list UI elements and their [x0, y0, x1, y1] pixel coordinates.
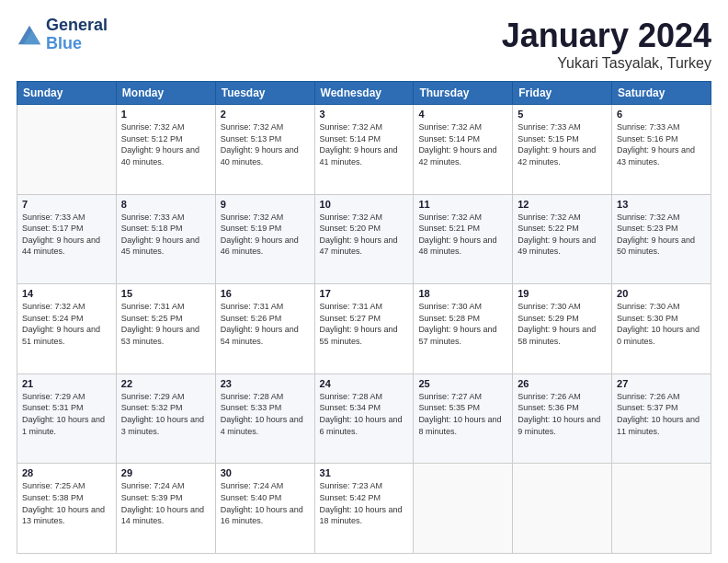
day-number: 9: [221, 199, 310, 210]
calendar-cell: 27Sunrise: 7:26 AMSunset: 5:37 PMDayligh…: [612, 373, 711, 464]
day-number: 15: [121, 288, 210, 299]
calendar-cell: 24Sunrise: 7:28 AMSunset: 5:34 PMDayligh…: [314, 373, 414, 464]
day-number: 27: [617, 378, 706, 389]
day-info: Sunrise: 7:32 AMSunset: 5:24 PMDaylight:…: [22, 301, 111, 347]
week-row-1: 7Sunrise: 7:33 AMSunset: 5:17 PMDaylight…: [17, 194, 711, 284]
calendar-cell: 6Sunrise: 7:33 AMSunset: 5:16 PMDaylight…: [612, 105, 711, 195]
day-info: Sunrise: 7:26 AMSunset: 5:37 PMDaylight:…: [617, 391, 706, 437]
calendar-cell: 16Sunrise: 7:31 AMSunset: 5:26 PMDayligh…: [215, 284, 314, 374]
day-number: 5: [518, 109, 607, 120]
day-info: Sunrise: 7:23 AMSunset: 5:42 PMDaylight:…: [320, 480, 409, 526]
day-info: Sunrise: 7:33 AMSunset: 5:15 PMDaylight:…: [518, 121, 607, 167]
calendar-cell: 13Sunrise: 7:32 AMSunset: 5:23 PMDayligh…: [612, 194, 711, 284]
week-row-2: 14Sunrise: 7:32 AMSunset: 5:24 PMDayligh…: [17, 284, 711, 374]
header-tuesday: Tuesday: [215, 82, 314, 105]
day-number: 8: [121, 199, 210, 210]
day-info: Sunrise: 7:32 AMSunset: 5:23 PMDaylight:…: [617, 212, 706, 258]
calendar-cell: 30Sunrise: 7:24 AMSunset: 5:40 PMDayligh…: [215, 464, 314, 554]
calendar-cell: 14Sunrise: 7:32 AMSunset: 5:24 PMDayligh…: [17, 284, 117, 374]
calendar-cell: 10Sunrise: 7:32 AMSunset: 5:20 PMDayligh…: [314, 194, 414, 284]
calendar-cell: 15Sunrise: 7:31 AMSunset: 5:25 PMDayligh…: [116, 284, 215, 374]
header-saturday: Saturday: [612, 82, 711, 105]
calendar-cell: 12Sunrise: 7:32 AMSunset: 5:22 PMDayligh…: [513, 194, 612, 284]
day-number: 4: [418, 109, 507, 120]
calendar-cell: 22Sunrise: 7:29 AMSunset: 5:32 PMDayligh…: [116, 373, 215, 464]
calendar-cell: 7Sunrise: 7:33 AMSunset: 5:17 PMDaylight…: [17, 194, 117, 284]
calendar-cell: 9Sunrise: 7:32 AMSunset: 5:19 PMDaylight…: [215, 194, 314, 284]
header: General Blue January 2024 Yukari Tasyala…: [17, 17, 711, 72]
day-info: Sunrise: 7:32 AMSunset: 5:22 PMDaylight:…: [518, 212, 607, 258]
day-info: Sunrise: 7:31 AMSunset: 5:27 PMDaylight:…: [320, 301, 409, 347]
title-section: January 2024 Yukari Tasyalak, Turkey: [502, 17, 711, 72]
header-monday: Monday: [116, 82, 215, 105]
day-number: 17: [320, 288, 409, 299]
logo-icon: [17, 22, 42, 48]
calendar-cell: 19Sunrise: 7:30 AMSunset: 5:29 PMDayligh…: [513, 284, 612, 374]
day-info: Sunrise: 7:28 AMSunset: 5:33 PMDaylight:…: [221, 391, 310, 437]
day-info: Sunrise: 7:33 AMSunset: 5:18 PMDaylight:…: [121, 212, 210, 258]
day-number: 16: [221, 288, 310, 299]
header-friday: Friday: [513, 82, 612, 105]
day-info: Sunrise: 7:32 AMSunset: 5:21 PMDaylight:…: [418, 212, 507, 258]
page: General Blue January 2024 Yukari Tasyala…: [0, 0, 728, 563]
day-info: Sunrise: 7:27 AMSunset: 5:35 PMDaylight:…: [418, 391, 507, 437]
week-row-0: 1Sunrise: 7:32 AMSunset: 5:12 PMDaylight…: [17, 105, 711, 195]
day-number: 23: [221, 378, 310, 389]
day-info: Sunrise: 7:30 AMSunset: 5:28 PMDaylight:…: [418, 301, 507, 347]
day-info: Sunrise: 7:31 AMSunset: 5:26 PMDaylight:…: [221, 301, 310, 347]
calendar-cell: 26Sunrise: 7:26 AMSunset: 5:36 PMDayligh…: [513, 373, 612, 464]
day-info: Sunrise: 7:32 AMSunset: 5:14 PMDaylight:…: [320, 121, 409, 167]
day-info: Sunrise: 7:30 AMSunset: 5:30 PMDaylight:…: [617, 301, 706, 347]
header-row: SundayMondayTuesdayWednesdayThursdayFrid…: [17, 82, 711, 105]
day-number: 10: [320, 199, 409, 210]
calendar-cell: 17Sunrise: 7:31 AMSunset: 5:27 PMDayligh…: [314, 284, 414, 374]
day-number: 7: [22, 199, 111, 210]
calendar-cell: 8Sunrise: 7:33 AMSunset: 5:18 PMDaylight…: [116, 194, 215, 284]
calendar-cell: 5Sunrise: 7:33 AMSunset: 5:15 PMDaylight…: [513, 105, 612, 195]
day-info: Sunrise: 7:32 AMSunset: 5:14 PMDaylight:…: [418, 121, 507, 167]
day-info: Sunrise: 7:30 AMSunset: 5:29 PMDaylight:…: [518, 301, 607, 347]
day-info: Sunrise: 7:31 AMSunset: 5:25 PMDaylight:…: [121, 301, 210, 347]
day-info: Sunrise: 7:32 AMSunset: 5:12 PMDaylight:…: [121, 121, 210, 167]
day-info: Sunrise: 7:29 AMSunset: 5:31 PMDaylight:…: [22, 391, 111, 437]
week-row-4: 28Sunrise: 7:25 AMSunset: 5:38 PMDayligh…: [17, 464, 711, 554]
day-number: 22: [121, 378, 210, 389]
day-number: 2: [221, 109, 310, 120]
day-info: Sunrise: 7:26 AMSunset: 5:36 PMDaylight:…: [518, 391, 607, 437]
calendar-cell: [414, 464, 513, 554]
header-sunday: Sunday: [17, 82, 117, 105]
day-number: 12: [518, 199, 607, 210]
day-info: Sunrise: 7:29 AMSunset: 5:32 PMDaylight:…: [121, 391, 210, 437]
header-thursday: Thursday: [414, 82, 513, 105]
location-title: Yukari Tasyalak, Turkey: [502, 55, 711, 72]
day-info: Sunrise: 7:33 AMSunset: 5:16 PMDaylight:…: [617, 121, 706, 167]
day-number: 3: [320, 109, 409, 120]
header-wednesday: Wednesday: [314, 82, 414, 105]
day-number: 18: [418, 288, 507, 299]
calendar-cell: 23Sunrise: 7:28 AMSunset: 5:33 PMDayligh…: [215, 373, 314, 464]
logo-general: General: [46, 17, 108, 35]
day-number: 31: [320, 467, 409, 478]
logo: General Blue: [17, 17, 108, 53]
day-number: 30: [221, 467, 310, 478]
calendar-cell: 31Sunrise: 7:23 AMSunset: 5:42 PMDayligh…: [314, 464, 414, 554]
calendar-cell: 21Sunrise: 7:29 AMSunset: 5:31 PMDayligh…: [17, 373, 117, 464]
day-number: 20: [617, 288, 706, 299]
calendar-table: SundayMondayTuesdayWednesdayThursdayFrid…: [17, 81, 711, 554]
calendar-cell: 28Sunrise: 7:25 AMSunset: 5:38 PMDayligh…: [17, 464, 117, 554]
calendar-cell: [513, 464, 612, 554]
calendar-cell: 11Sunrise: 7:32 AMSunset: 5:21 PMDayligh…: [414, 194, 513, 284]
day-info: Sunrise: 7:24 AMSunset: 5:40 PMDaylight:…: [221, 480, 310, 526]
day-number: 14: [22, 288, 111, 299]
day-number: 19: [518, 288, 607, 299]
day-info: Sunrise: 7:24 AMSunset: 5:39 PMDaylight:…: [121, 480, 210, 526]
day-number: 13: [617, 199, 706, 210]
day-number: 24: [320, 378, 409, 389]
day-info: Sunrise: 7:32 AMSunset: 5:20 PMDaylight:…: [320, 212, 409, 258]
day-number: 11: [418, 199, 507, 210]
day-info: Sunrise: 7:32 AMSunset: 5:19 PMDaylight:…: [221, 212, 310, 258]
calendar-cell: 25Sunrise: 7:27 AMSunset: 5:35 PMDayligh…: [414, 373, 513, 464]
calendar-cell: 20Sunrise: 7:30 AMSunset: 5:30 PMDayligh…: [612, 284, 711, 374]
calendar-cell: 18Sunrise: 7:30 AMSunset: 5:28 PMDayligh…: [414, 284, 513, 374]
month-title: January 2024: [502, 17, 711, 55]
